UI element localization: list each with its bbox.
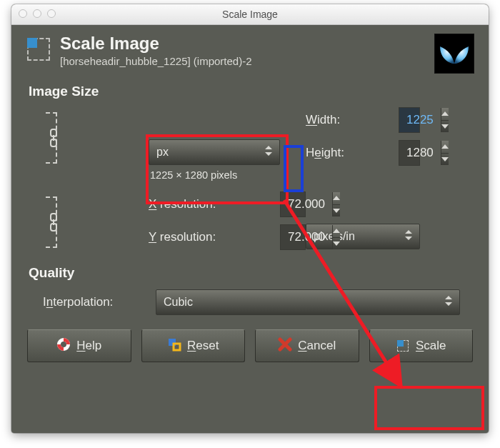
size-unit-value: px (156, 146, 169, 159)
yres-step-up-button[interactable] (333, 225, 340, 238)
interpolation-label: Interpolation: (43, 295, 149, 309)
dialog-title: Scale Image (60, 34, 426, 54)
interpolation-value: Cubic (164, 296, 193, 309)
scale-button[interactable]: Scale (369, 329, 474, 362)
height-step-down-button[interactable] (441, 154, 449, 166)
size-unit-select[interactable]: px (149, 139, 280, 165)
aspect-link-toggle[interactable] (43, 108, 69, 165)
height-value[interactable]: 1280 (399, 141, 441, 165)
minimize-window-button[interactable] (33, 9, 41, 18)
reset-icon (167, 337, 181, 355)
window-title: Scale Image (11, 9, 489, 20)
close-window-button[interactable] (19, 9, 27, 18)
chain-link-icon (49, 128, 59, 148)
cancel-label: ancel (307, 339, 336, 352)
scale-image-dialog: Scale Image Scale Image [horseheadir_hub… (11, 4, 489, 433)
lifebuoy-icon (56, 337, 71, 355)
reset-label: eset (196, 339, 219, 352)
width-input[interactable]: 1225 (399, 107, 420, 133)
scale-image-icon (26, 36, 51, 62)
dialog-subtitle: [horseheadir_hubble_1225] (imported)-2 (60, 55, 426, 67)
scale-label: cale (424, 339, 446, 352)
cancel-button[interactable]: Cancel (255, 329, 359, 362)
titlebar: Scale Image (11, 4, 489, 25)
dropdown-icon (405, 230, 412, 243)
reset-button[interactable]: Reset (141, 329, 246, 362)
image-size-heading: Image Size (29, 84, 474, 99)
height-input[interactable]: 1280 (399, 140, 420, 166)
x-resolution-input[interactable]: 72.000 (280, 191, 306, 217)
dialog-header: Scale Image [horseheadir_hubble_1225] (i… (26, 34, 474, 74)
y-resolution-label: Y resolution: (149, 230, 280, 244)
width-step-down-button[interactable] (441, 121, 449, 133)
y-resolution-input[interactable]: 72.000 (280, 224, 306, 250)
height-label: Height: (306, 146, 399, 160)
width-step-up-button[interactable] (441, 108, 449, 121)
app-logo (434, 34, 474, 74)
help-button[interactable]: Help (27, 329, 131, 362)
svg-point-7 (61, 342, 66, 347)
width-label: Width: (306, 113, 399, 127)
x-resolution-value[interactable]: 72.000 (281, 192, 332, 216)
height-step-up-button[interactable] (441, 141, 449, 154)
xres-step-down-button[interactable] (333, 205, 340, 217)
chain-link-icon (49, 212, 59, 232)
yres-step-down-button[interactable] (333, 238, 340, 250)
width-value[interactable]: 1225 (399, 108, 441, 132)
interpolation-select[interactable]: Cubic (156, 289, 460, 315)
pixel-dimensions-hint: 1225 × 1280 pixels (149, 169, 420, 181)
cancel-icon (278, 337, 292, 355)
scale-icon (396, 339, 410, 353)
zoom-window-button[interactable] (47, 9, 56, 18)
x-resolution-label: X resolution: (149, 197, 280, 211)
quality-heading: Quality (29, 265, 474, 281)
help-label: elp (86, 339, 102, 352)
window-controls (19, 9, 56, 18)
dropdown-icon (445, 296, 452, 309)
resolution-link-toggle[interactable] (43, 192, 69, 249)
y-resolution-value[interactable]: 72.000 (281, 225, 332, 249)
xres-step-up-button[interactable] (333, 192, 340, 205)
dropdown-icon (265, 146, 272, 159)
dialog-button-bar: Help Reset (26, 329, 474, 362)
